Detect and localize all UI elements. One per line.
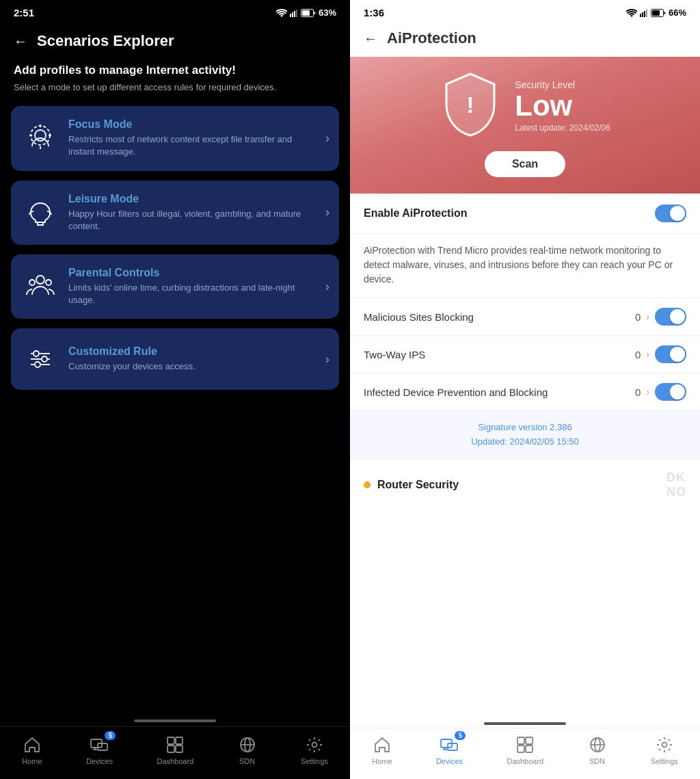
right-nav-devices[interactable]: 5 Devices: [436, 735, 463, 765]
left-nav-settings[interactable]: Settings: [301, 735, 328, 765]
left-back-button[interactable]: ←: [14, 34, 27, 49]
leisure-mode-card[interactable]: Leisure Mode Happy Hour filters out ille…: [11, 181, 339, 245]
right-page-title: AiProtection: [387, 29, 476, 47]
right-back-button[interactable]: ←: [364, 31, 377, 47]
leisure-mode-desc: Happy Hour filters out illegal, violent,…: [68, 208, 316, 233]
right-devices-icon: 5: [440, 735, 459, 754]
malicious-sites-row[interactable]: Malicious Sites Blocking 0 ›: [350, 298, 700, 336]
right-nav-home[interactable]: Home: [372, 735, 392, 765]
left-nav-devices[interactable]: 5 Devices: [86, 735, 113, 765]
shield-icon: !: [440, 70, 501, 139]
customized-rule-icon: [22, 341, 59, 378]
svg-point-51: [662, 743, 667, 748]
security-value: Low: [515, 92, 610, 120]
malicious-sites-right: 0 ›: [635, 308, 686, 326]
two-way-ips-row[interactable]: Two-Way IPS 0 ›: [350, 336, 700, 373]
right-bottom-nav: Home 5 Devices: [350, 728, 700, 779]
svg-rect-36: [646, 10, 647, 17]
intro-title: Add profiles to manage Internet activity…: [14, 64, 336, 77]
signal-icon: [290, 9, 298, 17]
right-nav-dashboard-label: Dashboard: [507, 757, 543, 765]
router-label: Router Security: [377, 479, 660, 491]
sdn-icon: [238, 735, 257, 754]
right-header: ← AiProtection: [350, 23, 700, 57]
hero-section: ! Security Level Low Latest update: 2024…: [350, 57, 700, 194]
hero-content: ! Security Level Low Latest update: 2024…: [440, 70, 610, 142]
customized-rule-card[interactable]: Customized Rule Customize your devices a…: [11, 328, 339, 390]
left-nav-dashboard[interactable]: Dashboard: [157, 735, 193, 765]
svg-rect-35: [644, 11, 645, 17]
svg-text:!: !: [467, 92, 474, 118]
svg-rect-26: [176, 737, 183, 744]
infected-device-label: Infected Device Prevention and Blocking: [364, 386, 635, 398]
enable-aiprotection-label: Enable AiProtection: [364, 207, 467, 220]
svg-point-32: [312, 743, 317, 748]
malicious-sites-label: Malicious Sites Blocking: [364, 311, 635, 323]
two-way-ips-chevron: ›: [646, 349, 649, 360]
signature-line2: Updated: 2024/02/05 15:50: [364, 435, 686, 449]
customized-rule-content: Customized Rule Customize your devices a…: [68, 345, 316, 373]
leisure-mode-icon: [22, 194, 59, 231]
svg-rect-2: [294, 11, 295, 17]
right-devices-badge: 5: [455, 731, 466, 740]
intro-subtitle: Select a mode to set up different access…: [14, 81, 336, 94]
infected-device-row[interactable]: Infected Device Prevention and Blocking …: [350, 373, 700, 411]
leisure-mode-chevron: ›: [325, 205, 329, 220]
right-home-icon: [373, 735, 392, 754]
devices-badge: 5: [105, 731, 116, 740]
right-nav-sdn-label: SDN: [589, 757, 605, 765]
right-nav-settings[interactable]: Settings: [651, 735, 678, 765]
infected-device-toggle[interactable]: [655, 383, 686, 401]
svg-point-14: [46, 280, 51, 285]
svg-rect-44: [517, 737, 524, 744]
right-nav-sdn[interactable]: SDN: [588, 735, 607, 765]
signature-section: Signature version 2.386 Updated: 2024/02…: [350, 411, 700, 460]
svg-rect-41: [448, 743, 457, 750]
svg-rect-46: [517, 745, 524, 752]
left-nav-dashboard-label: Dashboard: [157, 757, 193, 765]
left-nav-devices-label: Devices: [86, 757, 113, 765]
infected-device-count: 0: [635, 386, 641, 398]
customized-rule-desc: Customize your devices access.: [68, 360, 316, 373]
left-nav-sdn[interactable]: SDN: [238, 735, 257, 765]
right-nav-devices-label: Devices: [436, 757, 463, 765]
right-signal-icon: [640, 9, 648, 17]
right-battery-icon: [651, 9, 666, 17]
malicious-sites-count: 0: [635, 311, 641, 323]
watermark: DKNO: [667, 471, 686, 499]
two-way-ips-label: Two-Way IPS: [364, 349, 635, 360]
focus-mode-desc: Restricts most of network content except…: [68, 133, 316, 158]
right-battery: 66%: [669, 8, 686, 18]
svg-point-20: [35, 362, 40, 367]
left-nav-sdn-label: SDN: [239, 757, 255, 765]
customized-rule-chevron: ›: [325, 352, 329, 367]
two-way-ips-toggle[interactable]: [655, 345, 686, 363]
signature-text: Signature version 2.386 Updated: 2024/02…: [364, 421, 686, 449]
left-nav-home[interactable]: Home: [22, 735, 42, 765]
svg-rect-5: [302, 10, 310, 16]
router-section[interactable]: Router Security DKNO: [350, 460, 700, 510]
svg-rect-45: [526, 737, 533, 744]
right-panel: 1:36 66% ← AiProtection ! Security Level…: [350, 0, 700, 779]
svg-point-18: [33, 351, 39, 356]
right-sdn-icon: [588, 735, 607, 754]
parental-controls-desc: Limits kids' online time, curbing distra…: [68, 282, 316, 306]
focus-mode-title: Focus Mode: [68, 118, 316, 131]
focus-mode-card[interactable]: Focus Mode Restricts most of network con…: [11, 106, 339, 170]
customized-rule-title: Customized Rule: [68, 345, 316, 358]
right-nav-dashboard[interactable]: Dashboard: [507, 735, 543, 765]
svg-point-13: [29, 280, 35, 285]
scan-button[interactable]: Scan: [485, 151, 565, 177]
svg-rect-22: [98, 743, 107, 750]
two-way-ips-count: 0: [635, 349, 641, 360]
cards-container: Focus Mode Restricts most of network con…: [0, 106, 350, 719]
right-home-indicator: [484, 722, 566, 725]
malicious-sites-toggle[interactable]: [655, 308, 686, 326]
svg-rect-3: [296, 10, 297, 17]
parental-controls-card[interactable]: Parental Controls Limits kids' online ti…: [11, 254, 339, 319]
security-update: Latest update: 2024/02/06: [515, 123, 610, 133]
enable-aiprotection-toggle[interactable]: [655, 204, 686, 222]
wifi-icon: [276, 9, 287, 17]
left-bottom-nav: Home 5 Devices: [0, 726, 350, 779]
signature-line1: Signature version 2.386: [364, 421, 686, 435]
